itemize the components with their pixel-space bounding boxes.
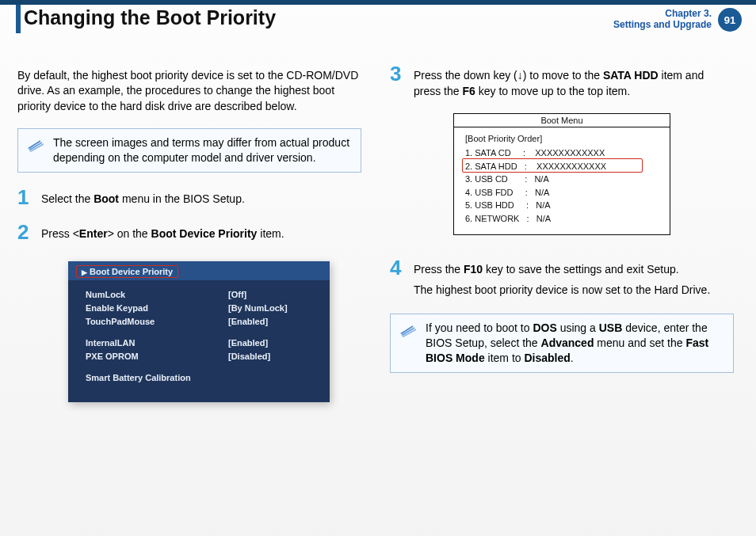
step-4: 4 Press the F10 key to save the settings… <box>390 262 734 298</box>
boot-menu-title: Boot Menu <box>454 114 670 127</box>
intro-paragraph: By default, the highest boot priority de… <box>17 68 361 114</box>
bios-row: Enable Keypad[By NumLock] <box>86 302 317 315</box>
step-3-body: Press the down key (↓) to move to the SA… <box>414 68 734 99</box>
step1-c: menu in the BIOS Setup. <box>119 192 245 205</box>
boot-menu-line: 4. USB FDD : N/A <box>465 186 659 200</box>
n2-i: item to <box>485 352 525 364</box>
n2-j: Disabled <box>524 352 570 364</box>
page: Changing the Boot Priority Chapter 3. Se… <box>0 0 756 536</box>
page-header: Changing the Boot Priority Chapter 3. Se… <box>0 0 756 51</box>
s4-c: key to save the settings and exit Setup. <box>483 263 678 276</box>
boot-menu-line: 1. SATA CD : XXXXXXXXXXXX <box>465 146 659 160</box>
step-1-body: Select the Boot menu in the BIOS Setup. <box>41 192 361 207</box>
step2-c: > on the <box>108 227 151 240</box>
bios-val: [Off] <box>228 288 246 302</box>
n2-b: DOS <box>533 321 556 334</box>
boot-menu-subtitle: [Boot Priority Order] <box>465 134 659 143</box>
step-1: 1 Select the Boot menu in the BIOS Setup… <box>17 192 361 207</box>
step-2-number: 2 <box>17 222 41 242</box>
s4-line2: The highest boot priority device is now … <box>414 283 710 296</box>
triangle-right-icon: ▶ <box>82 268 87 276</box>
bios-val: [Enabled] <box>228 315 268 329</box>
chapter-line1: Chapter 3. <box>665 8 712 19</box>
note-box-1: The screen images and terms may differ f… <box>17 128 361 173</box>
n2-a: If you need to boot to <box>426 321 533 334</box>
step2-b: Enter <box>79 227 108 240</box>
n2-f: Advanced <box>541 336 594 349</box>
bios-key: PXE OPROM <box>86 350 228 363</box>
bios-key: NumLock <box>86 288 228 302</box>
note-box-2: If you need to boot to DOS using a USB d… <box>390 314 734 373</box>
step2-d: Boot Device Priority <box>151 227 258 240</box>
bios-row: NumLock[Off] <box>86 288 317 302</box>
n2-d: USB <box>599 321 623 334</box>
step1-a: Select the <box>41 192 94 205</box>
step-2: 2 Press <Enter> on the Boot Device Prior… <box>17 226 361 242</box>
s4-a: Press the <box>414 263 464 276</box>
step-3: 3 Press the down key (↓) to move to the … <box>390 68 734 99</box>
page-number-badge: 91 <box>718 8 742 32</box>
boot-menu-body: [Boot Priority Order] 1. SATA CD : XXXXX… <box>454 127 670 234</box>
bios-key: Smart Battery Calibration <box>86 371 228 385</box>
n2-c: using a <box>557 321 599 334</box>
s4-b: F10 <box>464 263 483 276</box>
step-4-body: Press the F10 key to save the settings a… <box>414 262 734 298</box>
step-3-number: 3 <box>390 63 414 84</box>
step-2-body: Press <Enter> on the Boot Device Priorit… <box>41 226 361 242</box>
bios-val: [Enabled] <box>228 336 268 350</box>
bios-highlight-label: Boot Device Priority <box>90 267 173 276</box>
boot-menu-line: 3. USB CD : N/A <box>465 173 659 186</box>
right-column: 3 Press the down key (↓) to move to the … <box>376 68 734 402</box>
boot-menu-line: 6. NETWORK : N/A <box>465 212 659 226</box>
note-icon <box>399 322 418 338</box>
bios-highlight-box: ▶Boot Device Priority <box>76 265 178 278</box>
s3-a: Press the down key (↓) to move to the <box>414 69 603 82</box>
bios-row: InternalLAN[Enabled] <box>86 336 317 350</box>
bios-panel: ▶Boot Device Priority NumLock[Off] Enabl… <box>68 261 330 402</box>
bios-key: TouchPadMouse <box>86 315 228 329</box>
bios-body: NumLock[Off] Enable Keypad[By NumLock] T… <box>68 280 330 402</box>
s3-b: SATA HDD <box>603 69 659 82</box>
bios-key: InternalLAN <box>86 336 228 350</box>
page-title: Changing the Boot Priority <box>24 6 276 29</box>
bios-row: Smart Battery Calibration <box>86 371 317 385</box>
left-column: By default, the highest boot priority de… <box>17 68 376 402</box>
boot-menu-line: 2. SATA HDD : XXXXXXXXXXXX <box>465 160 659 173</box>
note-1-text: The screen images and terms may differ f… <box>53 136 349 164</box>
n2-k: . <box>571 352 574 364</box>
step2-a: Press < <box>41 227 79 240</box>
boot-menu-panel: Boot Menu [Boot Priority Order] 1. SATA … <box>453 113 670 235</box>
title-accent <box>16 5 21 33</box>
bios-row: PXE OPROM[Disabled] <box>86 350 317 363</box>
bios-val: [By NumLock] <box>228 302 288 315</box>
bios-row: TouchPadMouse[Enabled] <box>86 315 317 329</box>
step2-e: item. <box>257 227 284 240</box>
step-4-number: 4 <box>390 257 414 278</box>
body-columns: By default, the highest boot priority de… <box>0 51 756 402</box>
boot-menu-line: 5. USB HDD : N/A <box>465 199 659 212</box>
s3-d: F6 <box>462 85 475 97</box>
s3-e: key to move up to the top item. <box>475 85 630 97</box>
n2-g: menu and set the <box>594 336 685 349</box>
chapter-line2: Settings and Upgrade <box>613 19 712 30</box>
note-icon <box>26 137 45 153</box>
step-1-number: 1 <box>17 187 41 207</box>
bios-key: Enable Keypad <box>86 302 228 315</box>
step1-b: Boot <box>94 192 119 205</box>
bios-highlight-row: ▶Boot Device Priority <box>68 261 330 280</box>
bios-val: [Disabled] <box>228 350 270 363</box>
chapter-label: Chapter 3. Settings and Upgrade <box>613 8 712 31</box>
